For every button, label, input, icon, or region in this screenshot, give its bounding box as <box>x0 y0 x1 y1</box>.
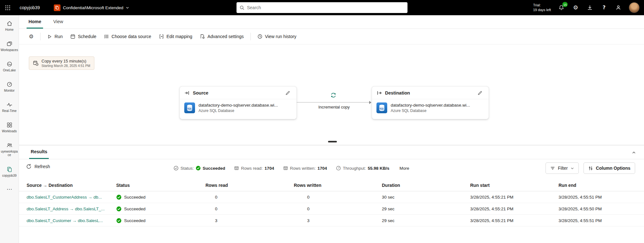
toolbar-separator <box>40 33 41 40</box>
col-source-destination: Source → Destination <box>27 183 116 188</box>
ribbon-tabs: Home View <box>19 15 644 29</box>
source-card-body: SQL datafactory-demo-sqlserver.database.… <box>180 99 296 116</box>
filter-button[interactable]: Filter <box>546 162 579 174</box>
copy-job-item-icon <box>54 4 60 11</box>
sensitivity-label-button[interactable]: Confidential\Microsoft Extended <box>54 4 129 11</box>
results-tabbar: Results <box>19 145 644 159</box>
run-end-value: 3/28/2025, 4:55:51 PM <box>559 195 644 200</box>
search-box[interactable] <box>237 2 407 13</box>
pulse-icon <box>6 102 13 108</box>
run-start-value: 3/28/2025, 4:55:21 PM <box>470 207 559 211</box>
person-icon <box>616 5 621 10</box>
ribbon-toolbar: ⚙ Run Schedule Choose data source <box>19 29 644 44</box>
trial-status: Trial: 19 days left <box>533 3 551 12</box>
run-end-value: 3/28/2025, 4:55:51 PM <box>559 218 644 223</box>
schedule-button[interactable]: Schedule <box>67 31 100 42</box>
gauge-icon <box>336 166 341 171</box>
col-duration: Duration <box>382 183 470 188</box>
destination-connection: datafactory-demo-sqlserver.database.wi..… <box>391 103 470 113</box>
downloads-button[interactable] <box>586 4 594 11</box>
rows-read-metric: Rows read: 1704 <box>234 166 274 171</box>
notification-count-badge: 15 <box>562 2 568 7</box>
refresh-button[interactable]: Refresh <box>26 164 50 169</box>
run-start-value: 3/28/2025, 4:55:21 PM <box>470 195 559 200</box>
source-dest-link[interactable]: dbo.SalesLT_Customer → dbo.SalesL... <box>27 218 116 223</box>
results-panel: Results Refresh Status: <box>19 145 644 243</box>
source-dest-link[interactable]: dbo.SalesLT_CustomerAddress → db... <box>27 195 116 200</box>
run-button[interactable]: Run <box>44 31 66 42</box>
destination-output-icon <box>376 90 382 96</box>
source-dest-link[interactable]: dbo.SalesLT_Address → dbo.SalesLT_... <box>27 207 116 211</box>
panel-resize-handle[interactable] <box>328 141 337 142</box>
table-icon <box>234 166 239 171</box>
history-clock-icon <box>257 34 262 39</box>
choose-data-source-button[interactable]: Choose data source <box>100 31 155 42</box>
results-toolbar: Refresh Status: Succeeded Rows read: 170… <box>19 159 644 177</box>
app-title[interactable]: copyjob39 <box>20 5 40 10</box>
results-actions: Filter Column Options <box>546 162 635 174</box>
source-input-icon <box>184 90 190 96</box>
schedule-clock-icon <box>33 60 39 66</box>
connector-label: Incremental copy <box>309 105 359 109</box>
workspaces-icon <box>6 41 13 47</box>
sidebar-more-button[interactable]: ⋯ <box>7 187 12 192</box>
run-start-value: 3/28/2025, 4:55:21 PM <box>470 218 559 223</box>
fabric-copy-job-app: copyjob39 Confidential\Microsoft Extende… <box>0 0 644 243</box>
status-circle-icon <box>174 166 179 171</box>
edit-destination-button[interactable] <box>476 89 484 97</box>
destination-card[interactable]: Destination SQL datafac <box>372 86 489 119</box>
sidebar-item-copyjob39[interactable]: copyjob39 <box>0 164 19 184</box>
search-input[interactable] <box>247 5 404 10</box>
collapse-panel-button[interactable] <box>630 149 638 156</box>
tab-results[interactable]: Results <box>29 145 49 159</box>
source-card[interactable]: Source SQL <box>180 86 297 119</box>
azure-sql-icon: SQL <box>376 102 387 113</box>
job-settings-button[interactable]: ⚙ <box>25 31 37 42</box>
run-status: Succeeded <box>116 206 205 212</box>
more-metrics-button[interactable]: More <box>400 166 409 171</box>
column-options-icon <box>588 166 593 171</box>
view-run-history-button[interactable]: View run history <box>254 31 300 42</box>
toolbar-separator <box>250 33 251 40</box>
sidebar-item-monitor[interactable]: Monitor <box>0 79 19 99</box>
advanced-settings-button[interactable]: Advanced settings <box>196 31 247 42</box>
sensitivity-label-text: Confidential\Microsoft Extended <box>63 5 123 10</box>
help-icon: ? <box>603 5 605 10</box>
help-button[interactable]: ? <box>600 4 608 11</box>
user-avatar[interactable] <box>629 2 640 13</box>
sidebar-item-home[interactable]: Home <box>0 18 19 38</box>
schedule-note[interactable]: Copy every 15 minute(s) Starting March 2… <box>29 56 94 70</box>
calendar-icon <box>70 34 75 39</box>
doc-gear-icon <box>200 34 205 39</box>
table-row: dbo.SalesLT_CustomerAddress → db... Succ… <box>19 191 644 203</box>
edit-mapping-button[interactable]: Edit mapping <box>155 31 196 42</box>
rows-written-metric: Rows written: 1704 <box>283 166 327 171</box>
notifications-button[interactable]: 15 <box>558 4 565 11</box>
tab-home[interactable]: Home <box>27 15 43 29</box>
table-row: dbo.SalesLT_Address → dbo.SalesLT_... Su… <box>19 203 644 215</box>
play-icon <box>47 34 52 39</box>
sidebar-item-workspace[interactable]: uyeworkspace <box>0 140 19 164</box>
column-options-button[interactable]: Column Options <box>584 162 635 174</box>
topbar-actions: Trial: 19 days left 15 ⚙ ? <box>533 2 640 13</box>
rows-read-value: 3 <box>205 218 294 223</box>
gear-icon: ⚙ <box>29 34 34 39</box>
duration-value: 29 sec <box>382 207 470 211</box>
app-launcher-button[interactable] <box>0 0 15 15</box>
settings-button-topbar[interactable]: ⚙ <box>572 4 579 11</box>
sidebar-item-onelake[interactable]: OneLake <box>0 58 19 79</box>
success-icon <box>116 206 122 212</box>
success-icon <box>116 218 122 223</box>
edit-source-button[interactable] <box>284 89 292 97</box>
top-app-bar: copyjob39 Confidential\Microsoft Extende… <box>0 0 644 15</box>
checklist-icon <box>104 34 109 39</box>
feedback-button[interactable] <box>615 4 622 11</box>
status-metric: Status: Succeeded <box>174 166 225 171</box>
copy-job-doc-icon <box>6 166 13 173</box>
sidebar-item-real-time[interactable]: Real-Time <box>0 99 19 119</box>
tab-view[interactable]: View <box>51 15 65 29</box>
sidebar-item-workloads[interactable]: Workloads <box>0 119 19 140</box>
sidebar-item-workspaces[interactable]: Workspaces <box>0 38 19 58</box>
col-rows-read: Rows read <box>205 183 294 188</box>
success-icon <box>116 194 122 200</box>
